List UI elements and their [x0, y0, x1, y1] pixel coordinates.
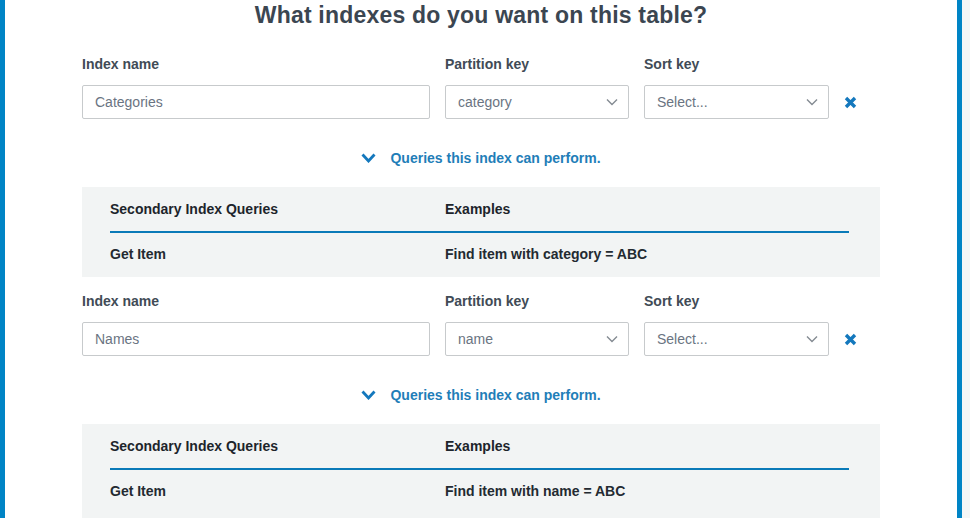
index-row: category Select... — [82, 85, 880, 119]
remove-index-button[interactable] — [844, 85, 884, 119]
chevron-down-icon — [806, 98, 818, 106]
select-value: name — [458, 331, 493, 347]
query-examples-panel: Secondary Index Queries Examples Get Ite… — [82, 187, 880, 277]
sort-key-label: Sort key — [644, 56, 829, 72]
select-value: Select... — [657, 331, 708, 347]
chevron-down-icon — [606, 335, 618, 343]
select-value: category — [458, 94, 512, 110]
index-labels-row: Index name Partition key Sort key — [82, 293, 880, 309]
partition-key-select[interactable]: name — [445, 322, 629, 356]
table-row: Get Item Find item with name = ABC — [110, 470, 849, 498]
page-title: What indexes do you want on this table? — [82, 0, 880, 30]
remove-index-button[interactable] — [844, 322, 884, 356]
indexes-form-card: What indexes do you want on this table? … — [0, 0, 962, 518]
queries-toggle-label: Queries this index can perform. — [390, 150, 600, 166]
sort-key-select[interactable]: Select... — [644, 322, 829, 356]
index-labels-row: Index name Partition key Sort key — [82, 56, 880, 72]
queries-toggle[interactable]: Queries this index can perform. — [82, 150, 880, 166]
close-icon — [844, 96, 857, 109]
query-table-header: Secondary Index Queries Examples — [110, 439, 849, 470]
example-cell: Find item with name = ABC — [445, 484, 849, 498]
partition-key-select[interactable]: category — [445, 85, 629, 119]
close-icon — [844, 333, 857, 346]
query-examples-panel: Secondary Index Queries Examples Get Ite… — [82, 424, 880, 518]
query-cell: Get Item — [110, 484, 445, 498]
queries-toggle-label: Queries this index can perform. — [390, 387, 600, 403]
query-cell: Get Item — [110, 247, 445, 261]
select-value: Select... — [657, 94, 708, 110]
index-name-label: Index name — [82, 293, 430, 309]
table-header-examples: Examples — [445, 202, 849, 216]
index-name-input[interactable] — [82, 322, 430, 356]
query-table-header: Secondary Index Queries Examples — [110, 202, 849, 233]
table-row: Get Item Find item with category = ABC — [110, 233, 849, 261]
example-cell: Find item with category = ABC — [445, 247, 849, 261]
index-row: name Select... — [82, 322, 880, 356]
sort-key-select[interactable]: Select... — [644, 85, 829, 119]
table-header-queries: Secondary Index Queries — [110, 202, 445, 216]
partition-key-label: Partition key — [445, 293, 629, 309]
chevron-down-icon — [361, 390, 376, 400]
chevron-down-icon — [806, 335, 818, 343]
index-name-label: Index name — [82, 56, 430, 72]
queries-toggle[interactable]: Queries this index can perform. — [82, 387, 880, 403]
chevron-down-icon — [606, 98, 618, 106]
sort-key-label: Sort key — [644, 293, 829, 309]
chevron-down-icon — [361, 153, 376, 163]
index-name-input[interactable] — [82, 85, 430, 119]
table-header-queries: Secondary Index Queries — [110, 439, 445, 453]
partition-key-label: Partition key — [445, 56, 629, 72]
table-header-examples: Examples — [445, 439, 849, 453]
